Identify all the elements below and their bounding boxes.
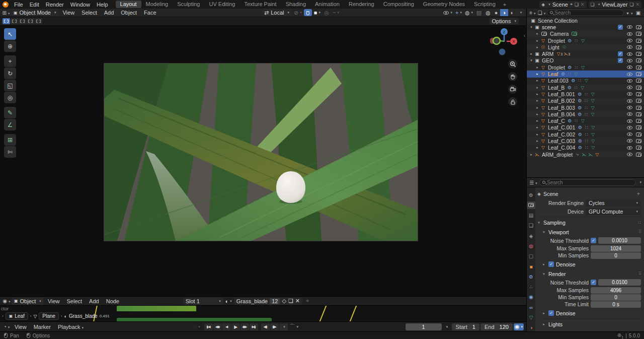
disclosure-icon[interactable]: ▸ [535,112,540,116]
shader-editor[interactable]: ◉▾ ▣Object▾ View Select Add Node Slot 1▾… [0,296,526,321]
sh-menu-view[interactable]: View [45,298,63,304]
disable-render-toggle[interactable] [636,45,641,49]
disclosure-icon[interactable]: ▸ [535,32,540,36]
scene-selector[interactable]: ◈▾ Scene ⌖ ❏ ✕ [539,1,586,8]
outliner-row-camera[interactable]: ▸ Camera [527,31,644,37]
sh-menu-select[interactable]: Select [64,298,86,304]
tab-output[interactable]: ▤ [527,212,535,219]
tab-view-layer[interactable]: ❏ [527,222,535,229]
disable-render-toggle[interactable] [636,32,641,36]
disclosure-icon[interactable]: ▸ [535,106,540,110]
hide-viewport-toggle[interactable] [627,153,632,156]
editor-type-icon[interactable]: ◔▾ [3,324,11,329]
tab-physics[interactable]: ◉ [527,294,535,301]
sh-menu-node[interactable]: Node [103,298,122,304]
xray-toggle[interactable]: ▨ [475,9,483,16]
falloff-dropdown[interactable]: ~▾ [332,9,340,16]
current-frame-field[interactable]: 1 [406,323,442,330]
disclosure-icon[interactable]: ▾ [529,25,534,29]
hide-viewport-toggle[interactable] [627,52,632,56]
jump-to-start-button[interactable]: ▮◀ [204,323,213,330]
disable-render-toggle[interactable] [636,139,641,143]
step-forward-button[interactable]: ▮▶ [270,323,279,330]
hide-viewport-toggle[interactable] [627,106,632,109]
play-button[interactable]: ▶ [231,323,240,330]
outliner-row-leaf-c-002[interactable]: ▸ ▽ Leaf_C.002 ⚙ ∷ ▽ [527,131,644,138]
disable-render-toggle[interactable] [636,92,641,96]
tab-object-data[interactable]: ▽ [527,314,535,321]
filter-id-dropdown[interactable]: ❏▾ [538,10,545,16]
disclosure-icon[interactable]: ▸ [535,146,540,150]
hide-viewport-toggle[interactable] [627,39,632,42]
hide-viewport-toggle[interactable] [627,126,632,129]
hide-viewport-toggle[interactable] [627,132,632,136]
overlays-dropdown[interactable]: ◍▾ [464,9,474,16]
disable-render-toggle[interactable] [636,132,641,137]
vp-menu-face[interactable]: Face [141,10,159,16]
outliner-row-leaf-c[interactable]: ▸ ▽ Leaf_C ⚙ ∷ ▽ [527,117,644,124]
step-dropdown[interactable]: ▾ [279,323,288,330]
disable-render-toggle[interactable] [636,99,641,103]
denoise-checkbox[interactable]: ✓ [548,310,554,316]
hide-viewport-toggle[interactable] [627,92,632,96]
tab-shading[interactable]: Shading [281,1,310,8]
tab-scripting[interactable]: Scripting [469,1,500,8]
play-reverse-button[interactable]: ◀ [222,323,231,330]
menu-edit[interactable]: Edit [27,2,42,8]
add-workspace-button[interactable]: + [500,2,509,8]
node-header-bar[interactable] [117,318,272,321]
tab-collection[interactable]: ▢ [527,253,535,260]
new-viewlayer-icon[interactable]: ❏ [629,2,633,7]
browse-material-icon[interactable]: ◐▾ [224,298,233,305]
delete-scene-icon[interactable]: ✕ [581,2,585,7]
outliner-row-leaf-c-003[interactable]: ▸ ▽ Leaf_C.003 ⚙ ∷ ▽ [527,138,644,144]
hide-viewport-toggle[interactable] [627,79,632,83]
render-denoise-header[interactable]: ▸ ✓ Denoise [541,309,641,317]
presets-icon[interactable]: ⫶⫶ [638,229,641,235]
disable-render-toggle[interactable] [636,25,641,29]
tab-sculpting[interactable]: Sculpting [173,1,204,8]
keying-set-button[interactable]: ⌒▾ [289,323,300,330]
collection-checkbox[interactable]: ✓ [618,25,623,30]
render-subpanel-header[interactable]: ▾ Render ⫶⫶ [541,269,641,278]
snap-target-dropdown[interactable]: ■▾ [313,9,321,16]
tl-menu-marker[interactable]: Marker [31,324,54,330]
tool-transform[interactable]: ◎ [4,92,16,103]
tab-texture-paint[interactable]: Texture Paint [239,1,281,8]
search-input[interactable] [554,10,621,16]
new-material-icon[interactable]: ❏ [288,298,293,304]
outliner-row-droplet-geo[interactable]: ▸ ▽ Droplet ⚙ ∷ ▽ [527,64,644,71]
disable-render-toggle[interactable] [636,39,641,43]
noise-threshold-checkbox[interactable]: ✓ [591,238,596,243]
disclosure-icon[interactable]: ▸ [535,79,540,83]
outliner-row-droplet[interactable]: ▸ ▽ Droplet ⚙ ∷ ▽ [527,37,644,44]
viewlayer-selector[interactable]: ❏▾ ViewLayer ❏ ✕ [589,1,641,8]
gizmos-dropdown[interactable]: +▾ [454,9,463,16]
disclosure-icon[interactable]: ▾ [529,58,534,62]
corner-arrow-icon[interactable]: › [2,314,4,318]
region-collapse-icon[interactable]: ‹ [524,33,525,38]
disable-render-toggle[interactable] [636,112,641,116]
tool-annotate[interactable]: ✎ [4,107,16,118]
material-users-count[interactable]: 12 [270,298,280,304]
menu-render[interactable]: Render [43,2,67,8]
outliner-row-leaf-c-001[interactable]: ▸ ▽ Leaf_C.001 ⚙ ∷ ▽ [527,124,644,131]
shader-node-canvas[interactable]: ctor › ▣ Leaf › ▽ Plane › ◐ Grass_blade … [0,305,526,321]
tl-menu-playback[interactable]: Playback▾ [55,324,87,330]
delete-viewlayer-icon[interactable]: ✕ [635,2,639,7]
disable-render-toggle[interactable] [636,65,641,70]
frame-start-field[interactable]: Start1 [452,323,479,330]
outliner-row-arm-droplet[interactable]: ▸ ⋋ ARM_droplet ⤷ ⋋ ⋋ ▽ [527,151,644,158]
frame-end-field[interactable]: End120 [480,323,513,330]
hide-viewport-toggle[interactable] [627,112,632,116]
vp-menu-select[interactable]: Select [78,10,100,16]
camera-view[interactable] [104,63,418,241]
editor-type-icon[interactable]: ⊞▾ [2,10,10,16]
tool-rotate[interactable]: ↻ [4,67,16,79]
select-mode-set[interactable] [3,18,10,24]
disclosure-icon[interactable]: ▸ [535,139,540,143]
shading-wireframe[interactable]: ◍ [484,9,492,16]
select-mode-subtract[interactable] [19,18,26,24]
outliner-row-leaf-b-004[interactable]: ▸ ▽ Leaf_B.004 ⚙ ∷ ▽ [527,111,644,117]
vp-menu-view[interactable]: View [59,10,77,16]
